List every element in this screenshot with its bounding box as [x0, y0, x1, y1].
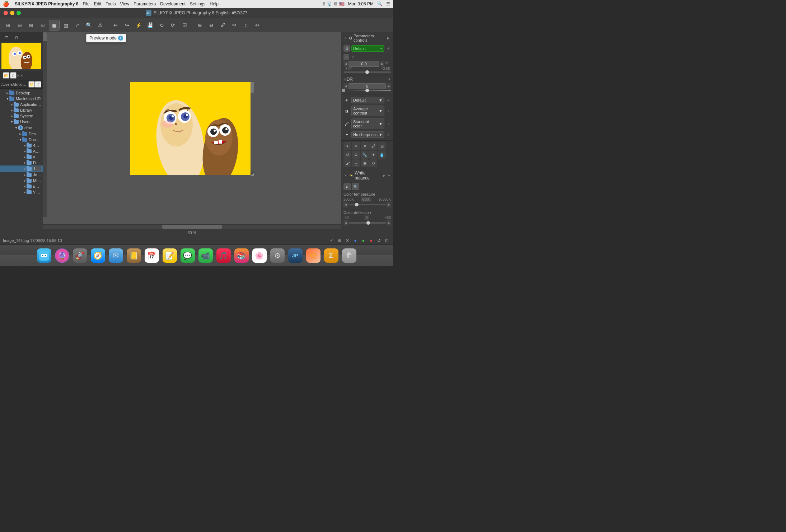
- menu-edit[interactable]: Edit: [94, 1, 102, 6]
- toolbar-rotate-left[interactable]: ⟲: [156, 20, 167, 31]
- vscroll-left[interactable]: [43, 32, 47, 217]
- tree-item-library[interactable]: ▶ Library: [0, 107, 43, 113]
- dock-address-book[interactable]: 📒: [126, 248, 142, 263]
- dock-notes[interactable]: 📝: [162, 248, 178, 263]
- browse-button[interactable]: 📂: [3, 72, 9, 79]
- canvas-vscroll[interactable]: [251, 82, 254, 175]
- toolbar-develop[interactable]: ⚡: [133, 20, 144, 31]
- tree-item-aplle[interactable]: ▶ aplle music: [0, 154, 43, 160]
- toolbar-check[interactable]: ☑: [179, 20, 190, 31]
- dock-siri[interactable]: 🔮: [54, 248, 70, 263]
- tool-wrench[interactable]: 🔧: [361, 151, 369, 159]
- contrast-dropdown[interactable]: Average contrast ▼: [351, 106, 384, 116]
- sharpness-dropdown[interactable]: No sharpness ▼: [351, 131, 384, 138]
- tree-item-desktop[interactable]: ▶ Desktop: [0, 90, 43, 96]
- tree-item-applications[interactable]: ▶ Applications: [0, 102, 43, 107]
- dock-calendar[interactable]: 📅: [144, 248, 160, 263]
- toolbar-warning[interactable]: ⚠: [95, 20, 106, 31]
- color-dropdown[interactable]: Standard color ▼: [351, 118, 384, 129]
- tree-item-4videosoft[interactable]: ▶ 4Videosoft Studi: [0, 143, 43, 148]
- toolbar-resize[interactable]: ⇔: [252, 20, 263, 31]
- hdr-collapse-icon[interactable]: ▼: [388, 78, 391, 81]
- expand-arrow-lib[interactable]: ▶: [10, 108, 14, 112]
- expand-arrow[interactable]: ▶: [6, 91, 9, 95]
- tree-item-videosolo[interactable]: ▶ VideoSolo Studio: [0, 189, 43, 195]
- toolbar-thumb-view[interactable]: ⊡: [37, 20, 48, 31]
- expand-arrow-users[interactable]: ▼: [10, 120, 14, 123]
- refresh-button[interactable]: ↺: [35, 81, 41, 88]
- exposure-value[interactable]: 0.0: [348, 61, 379, 67]
- toolbar-redo[interactable]: ↪: [122, 20, 132, 31]
- menu-tools[interactable]: Tools: [106, 1, 116, 6]
- params-close-button[interactable]: ✕: [343, 36, 348, 40]
- exposure-reset-icon[interactable]: ⚙: [385, 61, 391, 67]
- exposure-settings-icon[interactable]: ⚙: [351, 55, 355, 59]
- tree-item-mix650[interactable]: ▶ Mix 650: [0, 178, 43, 183]
- toolbar-rotate-right[interactable]: ⟳: [168, 20, 178, 31]
- expand-arrow-mix[interactable]: ▶: [23, 179, 27, 182]
- expand-arrow-dvd[interactable]: ▶: [23, 161, 27, 164]
- expand-arrow-sys[interactable]: ▶: [10, 114, 14, 118]
- dock-system-prefs[interactable]: ⚙: [270, 248, 285, 263]
- exposure-increase-button[interactable]: ▶: [380, 61, 384, 67]
- menu-help[interactable]: Help: [210, 1, 219, 6]
- dock-finder[interactable]: [36, 248, 52, 263]
- expand-arrow-docs[interactable]: ▼: [19, 138, 22, 141]
- color-defl-decrease[interactable]: ◀: [343, 220, 348, 226]
- tree-item-macintosh-hd[interactable]: ▼ Macintosh HD: [0, 96, 43, 102]
- hdr-slider[interactable]: [343, 90, 391, 91]
- dock-photos[interactable]: 🌸: [252, 248, 267, 263]
- toolbar-undo[interactable]: ↩: [110, 20, 121, 31]
- toolbar-stamp[interactable]: 🖊: [217, 20, 228, 31]
- toolbar-split-view[interactable]: ▤: [60, 20, 71, 31]
- wb-pick-button[interactable]: 🔍: [352, 183, 359, 190]
- hdr-decrease-button[interactable]: ◀: [343, 83, 348, 89]
- status-check-icon[interactable]: ✓: [328, 237, 335, 244]
- dock-trash[interactable]: 🗑: [341, 248, 357, 263]
- color-temp-slider[interactable]: [348, 204, 386, 205]
- toolbar-compare-view[interactable]: ⊟: [14, 20, 25, 31]
- menu-development[interactable]: Development: [160, 1, 186, 6]
- minimize-button[interactable]: [10, 11, 14, 15]
- toolbar-grid-view[interactable]: ⊠: [26, 20, 37, 31]
- tone-preset-dropdown[interactable]: Default ▼: [351, 97, 384, 103]
- menu-icon[interactable]: ☰: [386, 1, 390, 6]
- tool-sparkle[interactable]: ✦: [369, 151, 377, 159]
- status-red-dot[interactable]: ●: [368, 237, 374, 244]
- toolbar-fullscreen[interactable]: ⤢: [72, 20, 83, 31]
- tree-item-desktop-sub[interactable]: ▶ Desktop: [0, 131, 43, 137]
- tree-item-anymp4[interactable]: ▶ AnyMP4 Studio: [0, 148, 43, 154]
- expand-arrow-joy[interactable]: ▶: [23, 173, 27, 177]
- toolbar-single-view[interactable]: ⊞: [3, 20, 14, 31]
- tool-grid2[interactable]: ⊞: [361, 159, 369, 167]
- info-icon[interactable]: i: [118, 36, 123, 41]
- menu-view[interactable]: View: [120, 1, 129, 6]
- expand-arrow-apps[interactable]: ▶: [10, 103, 14, 106]
- contrast-add-button[interactable]: +: [386, 108, 391, 113]
- hdr-value[interactable]: 0: [348, 83, 386, 89]
- tool-undo[interactable]: ↺: [369, 159, 377, 167]
- dock-books[interactable]: 📚: [234, 248, 249, 263]
- wb-auto-button[interactable]: 🌡: [343, 183, 351, 190]
- toolbar-zoom[interactable]: 🔍: [83, 20, 94, 31]
- expand-arrow-untitled[interactable]: ▶: [23, 185, 27, 188]
- expand-arrow-hd[interactable]: ▼: [6, 97, 9, 101]
- tree-item-dvdfab[interactable]: ▶ DVDFab10: [0, 160, 43, 165]
- wb-close-button[interactable]: ✕: [343, 173, 348, 178]
- tool-triangle[interactable]: △: [352, 159, 360, 167]
- exposure-decrease-button[interactable]: ◀: [343, 61, 348, 67]
- tree-item-untitled[interactable]: ▶ untitled folder: [0, 183, 43, 189]
- tree-item-images[interactable]: ▶ Images: [0, 165, 43, 172]
- wb-expand-button[interactable]: ▶: [382, 173, 387, 178]
- tool-rotate[interactable]: ↺: [343, 151, 351, 159]
- status-green-dot[interactable]: ●: [360, 237, 366, 244]
- tree-item-documents[interactable]: ▼ Documents: [0, 137, 43, 143]
- expand-arrow-desktop-sub[interactable]: ▶: [19, 132, 22, 136]
- status-undo-icon[interactable]: ↺: [376, 237, 382, 244]
- status-blue-dot[interactable]: ●: [352, 237, 359, 244]
- maximize-button[interactable]: [17, 11, 21, 15]
- params-expand-button[interactable]: ▶: [386, 36, 391, 41]
- toolbar-save[interactable]: 💾: [145, 20, 155, 31]
- toolbar-preview-view[interactable]: ▣: [49, 20, 60, 31]
- tree-item-system[interactable]: ▶ System: [0, 113, 43, 119]
